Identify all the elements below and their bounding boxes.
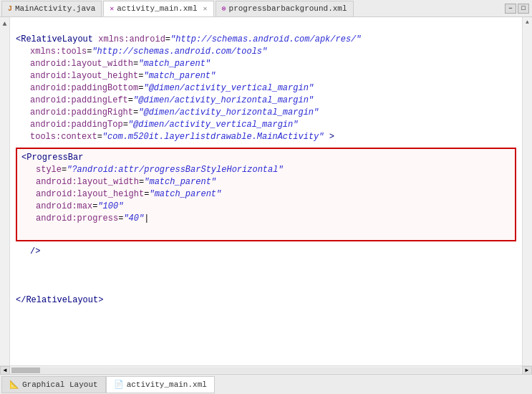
h-scroll-track[interactable]: [11, 367, 521, 373]
blank-line-3: [16, 282, 516, 294]
tab-bar: J MainActivity.java ✕ activity_main.xml …: [0, 0, 532, 17]
tab-xml-icon: ✕: [110, 4, 114, 13]
blank-line-2: [16, 270, 516, 282]
tab-main-activity[interactable]: J MainActivity.java: [1, 1, 102, 16]
h-scroll-thumb[interactable]: [11, 367, 40, 373]
tab-activity-xml[interactable]: ✕ activity_main.xml ✕: [103, 1, 213, 16]
gutter-arrow-up: ▲: [2, 20, 6, 28]
tab-progress-label: progressbarbackground.xml: [229, 4, 347, 13]
pb-line-4: android:layout_height="match_parent": [36, 188, 511, 201]
tab-activity-label: activity_main.xml: [117, 4, 197, 13]
minimize-button[interactable]: −: [505, 4, 516, 14]
tab-progress-xml[interactable]: ⊗ progressbarbackground.xml: [216, 1, 354, 16]
code-line-3: android:layout_width="match_parent": [30, 58, 516, 70]
scroll-up-arrow[interactable]: ▲: [526, 19, 529, 25]
window-controls: − □: [505, 4, 532, 14]
blank-line-1: [16, 258, 516, 270]
code-line-4: android:layout_height="match_parent": [30, 70, 516, 82]
pb-close-line: />: [30, 246, 516, 258]
progressbar-block: <ProgressBar style="?android:attr/progre…: [16, 148, 516, 241]
graphical-layout-label: Graphical Layout: [22, 380, 98, 389]
graphical-layout-icon: 📐: [9, 380, 19, 389]
bottom-bar: 📐 Graphical Layout 📄 activity_main.xml: [0, 374, 532, 394]
pb-line-1: <ProgressBar: [21, 152, 511, 164]
tab-main-label: MainActivity.java: [15, 4, 95, 13]
code-line-9: tools:context="com.m520it.layerlistdrawa…: [30, 131, 516, 143]
right-scrollbar[interactable]: ▲: [522, 17, 532, 365]
code-line-6: android:paddingLeft="@dimen/activity_hor…: [30, 95, 516, 107]
relative-close-line: </RelativeLayout>: [16, 294, 516, 307]
maximize-button[interactable]: □: [518, 4, 529, 14]
tab-progress-icon: ⊗: [222, 4, 226, 13]
code-line-1: <RelativeLayout xmlns:android="http://sc…: [16, 21, 516, 46]
pb-line-2: style="?android:attr/progressBarStyleHor…: [36, 164, 511, 176]
activity-xml-icon: 📄: [114, 380, 124, 389]
code-line-2: xmlns:tools="http://schemas.android.com/…: [30, 46, 516, 58]
editor-container: ▲ <RelativeLayout xmlns:android="http://…: [0, 17, 532, 365]
tab-java-icon: J: [8, 5, 12, 13]
pb-blank: [21, 225, 511, 237]
graphical-layout-tab[interactable]: 📐 Graphical Layout: [1, 376, 106, 393]
activity-xml-tab[interactable]: 📄 activity_main.xml: [106, 376, 215, 393]
h-scroll-right-button[interactable]: ▶: [522, 366, 532, 375]
pb-line-6: android:progress="40": [36, 213, 511, 225]
left-gutter: ▲: [0, 17, 10, 365]
pb-line-3: android:layout_width="match_parent": [36, 176, 511, 188]
activity-xml-label: activity_main.xml: [127, 380, 207, 389]
code-editor[interactable]: <RelativeLayout xmlns:android="http://sc…: [10, 17, 522, 365]
horizontal-scrollbar: ◀ ▶: [0, 365, 532, 374]
code-line-8: android:paddingTop="@dimen/activity_vert…: [30, 119, 516, 131]
tab-close-icon[interactable]: ✕: [203, 4, 207, 13]
code-line-7: android:paddingRight="@dimen/activity_ho…: [30, 107, 516, 119]
h-scroll-left-button[interactable]: ◀: [0, 366, 10, 375]
pb-line-5: android:max="100": [36, 201, 511, 213]
code-line-5: android:paddingBottom="@dimen/activity_v…: [30, 82, 516, 95]
